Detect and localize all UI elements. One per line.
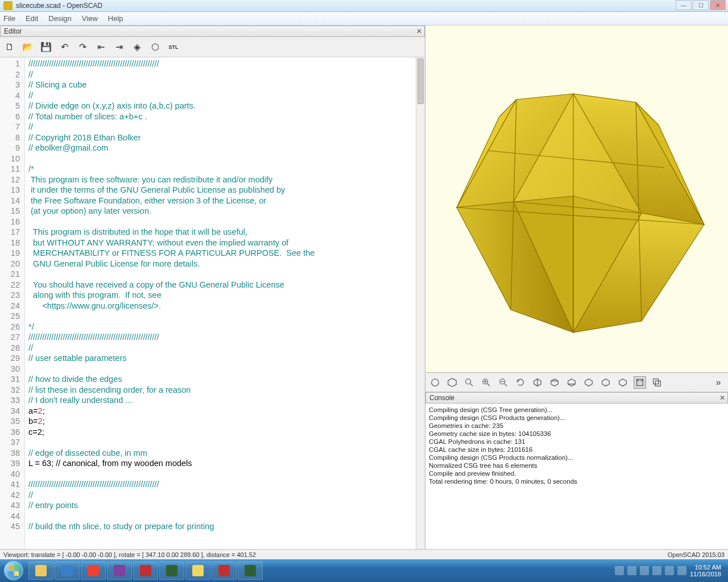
export-stl-icon[interactable]: STL [167,41,180,53]
windows-taskbar: 10:52 AM 11/16/2018 [0,559,728,582]
zoom-in-icon[interactable] [480,376,493,389]
svg-point-15 [432,379,439,386]
tray-icon[interactable] [615,566,624,575]
orthographic-icon[interactable] [651,376,663,389]
scrollbar-thumb[interactable] [417,59,424,104]
taskbar-app[interactable] [107,562,132,580]
start-button[interactable] [2,559,25,582]
tray-icon[interactable] [652,566,661,575]
code-editor[interactable]: 1 2 3 4 5 6 7 8 9 10 11 12 13 14 15 16 1… [0,57,425,549]
close-button[interactable]: ✕ [710,0,726,10]
system-tray: 10:52 AM 11/16/2018 [615,564,726,577]
3d-viewport[interactable] [425,26,728,373]
menu-help[interactable]: Help [108,14,123,23]
undo-icon[interactable]: ↶ [58,41,71,53]
svg-marker-32 [585,379,593,386]
status-viewport-info: Viewport: translate = [ -0.00 -0.00 -0.0… [3,551,256,558]
zoom-fit-icon[interactable] [463,376,475,389]
svg-marker-34 [619,379,627,386]
editor-close-icon[interactable]: ✕ [416,27,422,35]
editor-pane: Editor ✕ 🗋 📂 💾 ↶ ↷ ⇤ ⇥ ◈ ⬡ STL 1 2 3 4 5… [0,26,425,549]
render-icon[interactable]: ⬡ [149,41,162,53]
menu-file[interactable]: File [3,14,15,23]
console-close-icon[interactable]: ✕ [719,394,725,402]
taskbar-app[interactable] [133,562,158,580]
console-pane: Console ✕ Compiling design (CSG Tree gen… [425,392,728,549]
new-file-icon[interactable]: 🗋 [3,41,16,53]
unindent-icon[interactable]: ⇤ [94,41,107,53]
view-top-icon[interactable] [548,376,561,389]
svg-line-18 [470,383,473,386]
console-output[interactable]: Compiling design (CSG Tree generation)..… [425,404,728,549]
tray-date: 11/16/2018 [690,571,721,577]
line-gutter: 1 2 3 4 5 6 7 8 9 10 11 12 13 14 15 16 1… [0,57,25,549]
console-title-bar: Console ✕ [425,392,728,404]
svg-point-17 [466,379,471,384]
svg-rect-39 [655,381,660,386]
svg-line-22 [487,383,490,386]
console-title: Console [429,394,454,402]
view-front-icon[interactable] [599,376,612,389]
taskbar-app[interactable] [159,562,184,580]
zoom-out-icon[interactable] [497,376,510,389]
svg-rect-38 [653,379,659,384]
perspective-icon[interactable] [634,376,646,389]
tray-icon[interactable] [627,566,636,575]
code-text[interactable]: ////////////////////////////////////////… [25,57,416,549]
tray-time: 10:52 AM [690,564,721,571]
editor-title: Editor [4,27,22,35]
svg-marker-30 [568,379,576,386]
menu-design[interactable]: Design [48,14,71,23]
svg-marker-28 [551,379,559,386]
menu-view[interactable]: View [82,14,98,23]
indent-icon[interactable]: ⇥ [113,41,125,53]
tray-network-icon[interactable] [665,566,674,575]
minimize-button[interactable]: — [676,0,692,10]
redo-icon[interactable]: ↷ [76,41,89,53]
view-bottom-icon[interactable] [565,376,578,389]
menu-bar: File Edit Design View Help [0,12,728,26]
status-bar: Viewport: translate = [ -0.00 -0.00 -0.0… [0,549,728,559]
editor-scrollbar[interactable] [416,57,425,549]
preview-icon[interactable]: ◈ [131,41,143,53]
svg-marker-16 [448,378,456,386]
menu-edit[interactable]: Edit [26,14,38,23]
tray-volume-icon[interactable] [677,566,686,575]
maximize-button[interactable]: ☐ [693,0,709,10]
render-view-icon[interactable] [446,376,458,389]
save-file-icon[interactable]: 💾 [40,41,52,53]
svg-marker-33 [602,379,610,386]
taskbar-app[interactable] [212,562,237,580]
taskbar-app[interactable] [28,562,53,580]
preview-view-icon[interactable] [429,376,441,389]
viewport-toolbar: » [425,373,728,392]
view-left-icon[interactable] [582,376,595,389]
tray-icon[interactable] [640,566,649,575]
taskbar-app[interactable] [185,562,210,580]
window-title: slicecube.scad - OpenSCAD [16,2,102,10]
svg-line-25 [504,383,507,386]
taskbar-app[interactable] [55,562,80,580]
editor-title-bar: Editor ✕ [0,26,425,37]
open-file-icon[interactable]: 📂 [22,41,34,53]
window-titlebar: slicecube.scad - OpenSCAD — ☐ ✕ [0,0,728,12]
taskbar-app[interactable] [238,562,263,580]
view-right-icon[interactable] [531,376,544,389]
app-icon [3,1,13,10]
taskbar-app[interactable] [81,562,106,580]
reset-view-icon[interactable] [514,376,527,389]
toolbar-overflow-icon[interactable]: » [712,376,725,389]
status-version: OpenSCAD 2015.03 [668,551,725,558]
tray-clock[interactable]: 10:52 AM 11/16/2018 [690,564,721,577]
view-back-icon[interactable] [617,376,629,389]
editor-toolbar: 🗋 📂 💾 ↶ ↷ ⇤ ⇥ ◈ ⬡ STL [0,37,425,57]
